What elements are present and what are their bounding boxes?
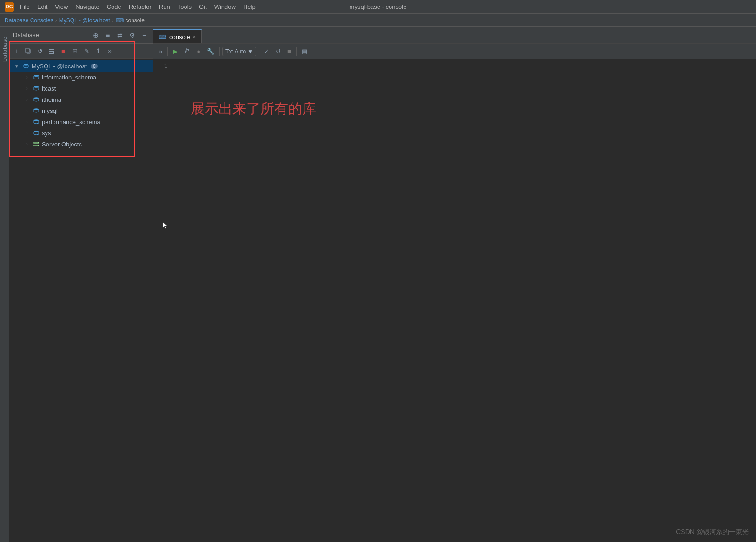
menu-edit[interactable]: Edit: [34, 2, 51, 12]
format-button[interactable]: 🔧: [204, 46, 217, 58]
db-itheima-expand[interactable]: ›: [23, 96, 31, 103]
db-itcast-expand[interactable]: ›: [23, 85, 31, 92]
menu-git[interactable]: Git: [196, 2, 210, 12]
tab-bar: ⌨ console ×: [153, 27, 756, 44]
panel-header-icons: ⊕ ≡ ⇄ ⚙ −: [91, 30, 149, 40]
stop-button[interactable]: ●: [194, 46, 203, 58]
menu-tools[interactable]: Tools: [174, 2, 195, 12]
editor-main-area[interactable]: 展示出来了所有的库: [172, 62, 756, 539]
console-tab-close[interactable]: ×: [193, 34, 196, 40]
cancel-tx-button[interactable]: ■: [285, 46, 294, 58]
left-panel: Database ⊕ ≡ ⇄ ⚙ − + ↺: [9, 27, 153, 542]
breadcrumb: Database Consoles › MySQL - @localhost ›…: [0, 14, 756, 27]
connection-badge: 6: [91, 64, 98, 69]
database-tree: ▼ MySQL - @localhost 6 ›: [9, 59, 153, 542]
toolbar-stop-btn[interactable]: ■: [58, 46, 69, 57]
svg-rect-3: [49, 51, 54, 52]
db-mysql-label: mysql: [42, 107, 58, 114]
menu-refactor[interactable]: Refactor: [126, 2, 155, 12]
db-toolbar: + ↺ ■ ⊞ ✎ ⬆ »: [9, 44, 153, 59]
svg-rect-4: [49, 53, 53, 54]
main-layout: Database Database ⊕ ≡ ⇄ ⚙ − + ↺: [0, 27, 756, 542]
settings-button[interactable]: ⚙: [127, 30, 137, 40]
db-performance-schema[interactable]: › performance_schema: [9, 116, 153, 127]
sync-button[interactable]: ⇄: [115, 30, 125, 40]
app-title: mysql-base - console: [350, 3, 407, 10]
server-objects-expand[interactable]: ›: [23, 140, 31, 148]
commit-button[interactable]: ✓: [261, 46, 272, 58]
line-number-1: 1: [153, 62, 167, 69]
svg-point-10: [34, 108, 39, 110]
toolbar-refresh-btn[interactable]: ↺: [34, 46, 46, 57]
db-information-schema-label: information_schema: [42, 74, 96, 81]
menu-code[interactable]: Code: [104, 2, 125, 12]
db-itcast-label: itcast: [42, 85, 56, 92]
breadcrumb-mysql[interactable]: MySQL - @localhost: [59, 17, 110, 24]
db-itcast[interactable]: › itcast: [9, 83, 153, 94]
panel-title: Database: [13, 32, 39, 39]
menu-navigate[interactable]: Navigate: [72, 2, 102, 12]
server-objects-label: Server Objects: [42, 141, 82, 148]
toolbar-add-btn[interactable]: +: [11, 46, 22, 57]
menu-view[interactable]: View: [52, 2, 71, 12]
console-tab-label: console: [169, 33, 190, 40]
db-itheima[interactable]: › itheima: [9, 94, 153, 105]
database-sidebar-label: Database: [2, 36, 7, 62]
add-datasource-button[interactable]: ⊕: [91, 30, 101, 40]
editor-toolbar-sep-2: [219, 47, 220, 56]
menu-run[interactable]: Run: [156, 2, 173, 12]
svg-point-16: [38, 145, 39, 146]
title-bar: DG File Edit View Navigate Code Refactor…: [0, 0, 756, 14]
minimize-button[interactable]: −: [139, 30, 149, 40]
app-logo: DG: [5, 2, 14, 12]
db-mysql[interactable]: › mysql: [9, 105, 153, 116]
svg-point-12: [34, 131, 39, 132]
run-button[interactable]: ▶: [170, 46, 180, 58]
toolbar-more-btn[interactable]: »: [104, 46, 115, 57]
console-breadcrumb-icon: ⌨: [116, 17, 124, 24]
toolbar-edit-btn[interactable]: ✎: [81, 46, 92, 57]
db-sys[interactable]: › sys: [9, 127, 153, 139]
db-information-schema-expand[interactable]: ›: [23, 73, 31, 81]
svg-point-8: [34, 86, 39, 88]
connection-icon: [22, 62, 30, 70]
more-actions-btn[interactable]: »: [156, 46, 165, 58]
tx-dropdown-arrow: ▼: [247, 48, 253, 55]
db-performance-schema-expand[interactable]: ›: [23, 118, 31, 126]
menu-help[interactable]: Help: [240, 2, 259, 12]
tx-label: Tx: Auto: [225, 48, 246, 55]
menu-window[interactable]: Window: [211, 2, 239, 12]
tx-auto-dropdown[interactable]: Tx: Auto ▼: [222, 47, 256, 56]
breadcrumb-database-consoles[interactable]: Database Consoles: [5, 17, 53, 24]
connection-item[interactable]: ▼ MySQL - @localhost 6: [9, 60, 153, 72]
db-mysql-expand[interactable]: ›: [23, 107, 31, 114]
menu-file[interactable]: File: [17, 2, 33, 12]
toolbar-schema-btn[interactable]: [46, 46, 57, 57]
toolbar-jump-btn[interactable]: ⬆: [93, 46, 104, 57]
menu-bar: File Edit View Navigate Code Refactor Ru…: [17, 2, 259, 12]
toolbar-table-btn[interactable]: ⊞: [69, 46, 80, 57]
svg-point-9: [34, 97, 39, 99]
db-information-schema[interactable]: › information_schema: [9, 72, 153, 83]
rollback-button[interactable]: ↺: [273, 46, 284, 58]
run-history-button[interactable]: ⏱: [181, 46, 193, 58]
editor-toolbar-sep-1: [167, 47, 168, 56]
editor-toolbar-sep-4: [296, 47, 297, 56]
connection-expand-icon[interactable]: ▼: [13, 62, 20, 70]
db-information-schema-icon: [33, 73, 40, 81]
line-numbers: 1: [153, 62, 172, 539]
db-sys-label: sys: [42, 130, 51, 137]
db-itheima-label: itheima: [42, 96, 61, 103]
console-tab[interactable]: ⌨ console ×: [153, 29, 202, 43]
sidebar-panel-label: Database: [0, 27, 9, 542]
breadcrumb-sep-1: ›: [55, 17, 57, 24]
title-bar-left: DG File Edit View Navigate Code Refactor…: [5, 2, 259, 12]
group-button[interactable]: ≡: [103, 30, 113, 40]
results-view-button[interactable]: ▤: [299, 46, 310, 58]
server-objects-item[interactable]: › Server Objects: [9, 139, 153, 150]
db-sys-expand[interactable]: ›: [23, 129, 31, 137]
server-objects-icon: [33, 140, 40, 148]
editor-toolbar-sep-3: [259, 47, 259, 56]
toolbar-copy-btn[interactable]: [23, 46, 34, 57]
editor-panel: ⌨ console × » ▶ ⏱ ● 🔧 Tx: Auto ▼ ✓ ↺ ■ ▤: [153, 27, 756, 542]
